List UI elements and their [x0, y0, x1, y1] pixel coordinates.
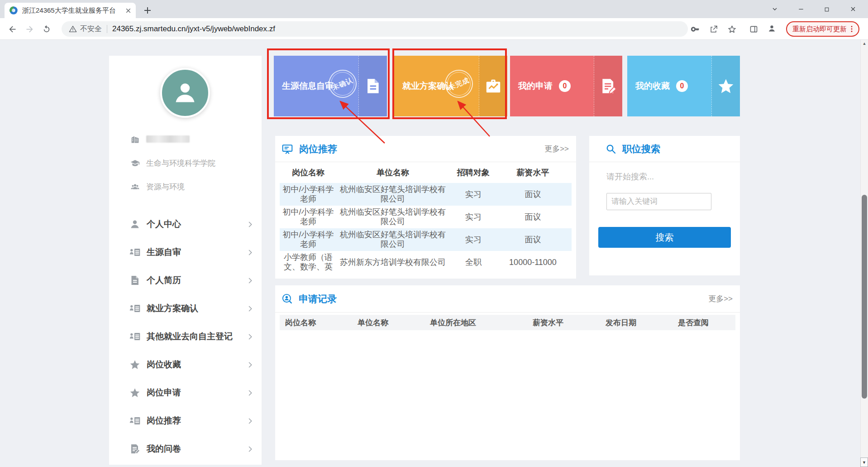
application-table-column: 薪资水平: [533, 318, 606, 328]
card-my-applications[interactable]: 我的申请 0: [510, 56, 622, 116]
job-position: 小学教师（语文、数学、英: [280, 253, 337, 272]
job-row[interactable]: 小学教师（语文、数学、英 苏州新东方培训学校有限公司 全职 10000-1100…: [280, 251, 572, 274]
menu-item-label: 就业方案确认: [147, 303, 246, 314]
side-panel-icon[interactable]: [747, 22, 760, 36]
job-position: 初中/小学科学老师: [280, 230, 337, 249]
window-menu-chevron-icon[interactable]: [769, 4, 781, 14]
job-position: 初中/小学科学老师: [280, 185, 337, 204]
application-record-title: 申请记录: [299, 293, 708, 305]
chevron-right-icon: [246, 417, 254, 425]
menu-item-label: 生源自审: [147, 246, 246, 258]
menu-item-label: 我的问卷: [147, 443, 246, 455]
sidebar-menu-item[interactable]: 生源自审: [129, 238, 254, 266]
star-icon: [717, 77, 734, 95]
job-salary: 面议: [498, 235, 568, 245]
sidebar-menu-item[interactable]: 个人中心: [129, 210, 254, 238]
user-avatar[interactable]: [160, 68, 210, 118]
menu-item-icon: [129, 219, 140, 230]
search-button[interactable]: 搜索: [598, 227, 731, 248]
chevron-right-icon: [246, 304, 254, 313]
reload-button[interactable]: [39, 21, 54, 37]
browser-tab[interactable]: 浙江24365大学生就业服务平台: [5, 3, 136, 18]
job-recommend-more-link[interactable]: 更多>>: [544, 144, 569, 154]
menu-item-icon: [129, 415, 140, 426]
job-search-title: 职位搜索: [622, 143, 733, 155]
card-icon-section: [594, 56, 622, 116]
address-bar[interactable]: 不安全 24365.zj.smartedu.cn/jyxt-v5/jyweb/w…: [62, 21, 688, 37]
menu-item-label: 个人中心: [147, 218, 246, 230]
profile-avatar-icon[interactable]: [766, 22, 779, 36]
job-recommend-title: 岗位推荐: [299, 143, 544, 155]
update-button-label: 重新启动即可更新: [792, 25, 847, 34]
page-scrollbar[interactable]: ▲ ▼: [860, 40, 868, 467]
menu-item-label: 岗位推荐: [147, 415, 246, 427]
major-name: 资源与环境: [146, 182, 185, 192]
card-label: 我的申请: [518, 80, 553, 92]
scrollbar-thumb[interactable]: [862, 195, 867, 399]
job-table-column: 岗位名称: [280, 167, 337, 178]
application-record-more-link[interactable]: 更多>>: [708, 294, 733, 304]
window-close-button[interactable]: [847, 4, 859, 14]
back-button[interactable]: [5, 21, 20, 37]
job-target: 实习: [449, 190, 498, 199]
sidebar-menu: 个人中心 生源自审 个人简历 就业方案确认: [129, 210, 254, 463]
job-search-header: 职位搜索: [589, 136, 740, 162]
keyword-search-input[interactable]: [606, 193, 711, 210]
browser-tab-bar: 浙江24365大学生就业服务平台: [0, 0, 868, 18]
menu-item-icon: [129, 359, 140, 370]
forward-button[interactable]: [22, 21, 37, 37]
menu-item-icon: [129, 275, 140, 286]
restart-to-update-button[interactable]: 重新启动即可更新: [786, 21, 859, 37]
scrollbar-up-icon[interactable]: ▲: [861, 41, 868, 46]
window-minimize-button[interactable]: [795, 4, 807, 14]
menu-item-icon: [129, 331, 140, 342]
menu-item-label: 岗位申请: [147, 387, 246, 399]
card-my-favorites[interactable]: 我的收藏 0: [627, 56, 740, 116]
sidebar-menu-item[interactable]: 岗位收藏: [129, 351, 254, 379]
job-table-header: 岗位名称单位名称招聘对象薪资水平: [275, 162, 576, 183]
menu-item-icon: [129, 303, 140, 314]
favorites-count-badge: 0: [676, 80, 688, 92]
menu-item-label: 其他就业去向自主登记: [147, 331, 246, 342]
application-table-column: 单位名称: [358, 318, 430, 328]
job-table-body: 初中/小学科学老师 杭州临安区好笔头培训学校有限公司 实习 面议 初中/小学科学…: [275, 183, 576, 274]
bookmark-star-icon[interactable]: [725, 22, 739, 36]
job-target: 实习: [449, 212, 498, 222]
job-table-column: 薪资水平: [498, 167, 568, 178]
job-row[interactable]: 初中/小学科学老师 杭州临安区好笔头培训学校有限公司 实习 面议: [280, 183, 572, 206]
job-position: 初中/小学科学老师: [280, 207, 337, 226]
sidebar-menu-item[interactable]: 岗位推荐: [129, 407, 254, 435]
sidebar-menu-item[interactable]: 就业方案确认: [129, 294, 254, 323]
menu-item-label: 个人简历: [147, 274, 246, 286]
sidebar-menu-item[interactable]: 个人简历: [129, 266, 254, 294]
job-company: 杭州临安区好笔头培训学校有限公司: [337, 185, 449, 204]
job-table-column: 单位名称: [337, 167, 449, 178]
share-icon[interactable]: [707, 22, 720, 36]
window-maximize-button[interactable]: [821, 4, 833, 14]
browser-menu-dots-icon[interactable]: [847, 25, 857, 33]
application-table-header: 岗位名称单位名称单位所在地区薪资水平发布日期是否查阅: [280, 315, 735, 330]
password-key-icon[interactable]: [688, 22, 702, 36]
job-row[interactable]: 初中/小学科学老师 杭州临安区好笔头培训学校有限公司 实习 面议: [280, 228, 572, 251]
user-name-row: [130, 134, 190, 144]
new-tab-button[interactable]: [142, 5, 153, 16]
application-record-panel: 申请记录 更多>> 岗位名称单位名称单位所在地区薪资水平发布日期是否查阅: [275, 285, 740, 460]
avatar-person-icon: [172, 80, 198, 106]
tab-close-icon[interactable]: [124, 7, 132, 14]
tab-title: 浙江24365大学生就业服务平台: [22, 6, 122, 15]
omnibox-separator: [107, 25, 107, 33]
sidebar-menu-item[interactable]: 岗位申请: [129, 379, 254, 407]
menu-item-icon: [129, 443, 140, 454]
sidebar-menu-item[interactable]: 我的问卷: [129, 435, 254, 463]
building-icon: [130, 135, 140, 144]
document-edit-icon: [600, 77, 617, 95]
chevron-right-icon: [246, 248, 254, 257]
scrollbar-down-icon[interactable]: ▼: [860, 457, 868, 467]
job-row[interactable]: 初中/小学科学老师 杭州临安区好笔头培训学校有限公司 实习 面议: [280, 206, 572, 228]
user-college-row: 生命与环境科学学院: [130, 158, 215, 169]
job-target: 全职: [449, 258, 498, 267]
chevron-right-icon: [246, 445, 254, 453]
applications-count-badge: 0: [559, 80, 571, 92]
sidebar-menu-item[interactable]: 其他就业去向自主登记: [129, 323, 254, 351]
browser-toolbar: 不安全 24365.zj.smartedu.cn/jyxt-v5/jyweb/w…: [0, 18, 868, 40]
